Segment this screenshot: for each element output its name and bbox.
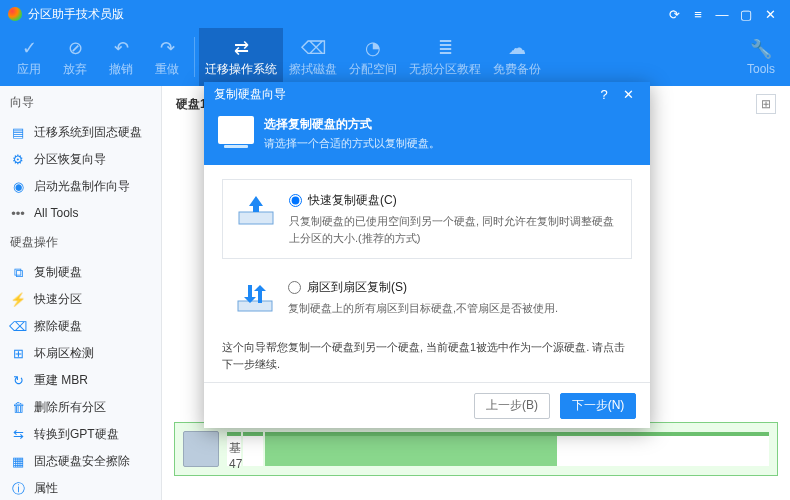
maximize-icon[interactable]: ▢ <box>734 2 758 26</box>
sidebar-all-tools[interactable]: •••All Tools <box>0 200 161 226</box>
disc-icon: ◉ <box>10 179 26 195</box>
scan-icon: ⊞ <box>10 346 26 362</box>
recovery-icon: ⚙ <box>10 152 26 168</box>
radio-sector-copy[interactable] <box>288 281 301 294</box>
sidebar: 向导 ▤迁移系统到固态硬盘 ⚙分区恢复向导 ◉启动光盘制作向导 •••All T… <box>0 86 162 500</box>
close-icon[interactable]: ✕ <box>758 2 782 26</box>
radio-quick-copy[interactable] <box>289 194 302 207</box>
minimize-icon[interactable]: — <box>710 2 734 26</box>
sidebar-item-boot-disc[interactable]: ◉启动光盘制作向导 <box>0 173 161 200</box>
help-icon[interactable]: ? <box>592 87 616 102</box>
sidebar-item-bad-sector[interactable]: ⊞坏扇区检测 <box>0 340 161 367</box>
wipe-disk-button[interactable]: ⌫擦拭磁盘 <box>283 33 343 82</box>
copy-disk-wizard-dialog: 复制硬盘向导 ? ✕ 选择复制硬盘的方式 请选择一个合适的方式以复制硬盘。 快速… <box>204 82 650 428</box>
sidebar-item-copy-disk[interactable]: ⧉复制硬盘 <box>0 259 161 286</box>
free-backup-button[interactable]: ☁免费备份 <box>487 33 547 82</box>
migrate-os-button[interactable]: ⇄迁移操作系统 <box>199 28 283 86</box>
sidebar-item-delete-all[interactable]: 🗑删除所有分区 <box>0 394 161 421</box>
tools-button[interactable]: 🔧Tools <box>738 34 784 80</box>
option-sector-copy[interactable]: 扇区到扇区复制(S) 复制硬盘上的所有扇区到目标硬盘,不管扇区是否被使用. <box>222 273 632 323</box>
menu-icon[interactable]: ≡ <box>686 2 710 26</box>
svg-rect-1 <box>238 301 272 311</box>
disk-drive-icon <box>183 431 219 467</box>
partition-segment[interactable] <box>243 432 263 466</box>
sidebar-group-wizard: 向导 <box>0 86 161 119</box>
sector-copy-icon <box>234 279 276 315</box>
sidebar-item-partition-recovery[interactable]: ⚙分区恢复向导 <box>0 146 161 173</box>
partition-segment[interactable] <box>265 432 769 466</box>
copy-icon: ⧉ <box>10 265 26 281</box>
more-icon: ••• <box>10 205 26 221</box>
disk-icon: ▤ <box>10 125 26 141</box>
sidebar-item-convert-gpt[interactable]: ⇆转换到GPT硬盘 <box>0 421 161 448</box>
mbr-icon: ↻ <box>10 373 26 389</box>
dialog-close-icon[interactable]: ✕ <box>616 87 640 102</box>
apply-button[interactable]: ✓应用 <box>6 33 52 82</box>
disk-layout-bar[interactable]: 基47 <box>174 422 778 476</box>
dialog-subdesc: 请选择一个合适的方式以复制硬盘。 <box>264 136 440 151</box>
svg-rect-0 <box>239 212 273 224</box>
info-icon: ⓘ <box>10 481 26 497</box>
sidebar-group-disk-ops: 硬盘操作 <box>0 226 161 259</box>
app-logo-icon <box>8 7 22 21</box>
wipe-icon: ⌫ <box>10 319 26 335</box>
partition-icon: ⚡ <box>10 292 26 308</box>
next-button[interactable]: 下一步(N) <box>560 393 636 419</box>
dialog-note: 这个向导帮您复制一个硬盘到另一个硬盘, 当前硬盘1被选中作为一个源硬盘. 请点击… <box>204 339 650 382</box>
sidebar-item-rebuild-mbr[interactable]: ↻重建 MBR <box>0 367 161 394</box>
refresh-icon[interactable]: ⟳ <box>662 2 686 26</box>
trash-icon: 🗑 <box>10 400 26 416</box>
redo-button[interactable]: ↷重做 <box>144 33 190 82</box>
sidebar-item-ssd-erase[interactable]: ▦固态硬盘安全擦除 <box>0 448 161 475</box>
sidebar-item-quick-partition[interactable]: ⚡快速分区 <box>0 286 161 313</box>
app-title: 分区助手技术员版 <box>28 6 662 23</box>
convert-icon: ⇆ <box>10 427 26 443</box>
undo-button[interactable]: ↶撤销 <box>98 33 144 82</box>
allocate-space-button[interactable]: ◔分配空间 <box>343 33 403 82</box>
option-quick-copy[interactable]: 快速复制硬盘(C) 只复制硬盘的已使用空间到另一个硬盘, 同时允许在复制时调整硬… <box>222 179 632 259</box>
ssd-icon: ▦ <box>10 454 26 470</box>
lossless-tutorial-button[interactable]: ≣无损分区教程 <box>403 33 487 82</box>
discard-button[interactable]: ⊘放弃 <box>52 33 98 82</box>
disk-icon <box>218 116 254 144</box>
dialog-subtitle: 选择复制硬盘的方式 <box>264 116 440 133</box>
sidebar-item-wipe-disk[interactable]: ⌫擦除硬盘 <box>0 313 161 340</box>
prev-button[interactable]: 上一步(B) <box>474 393 550 419</box>
dialog-title: 复制硬盘向导 <box>214 86 592 103</box>
quick-copy-icon <box>235 192 277 228</box>
sidebar-item-migrate-ssd[interactable]: ▤迁移系统到固态硬盘 <box>0 119 161 146</box>
grid-view-icon[interactable]: ⊞ <box>756 94 776 114</box>
sidebar-item-properties[interactable]: ⓘ属性 <box>0 475 161 500</box>
